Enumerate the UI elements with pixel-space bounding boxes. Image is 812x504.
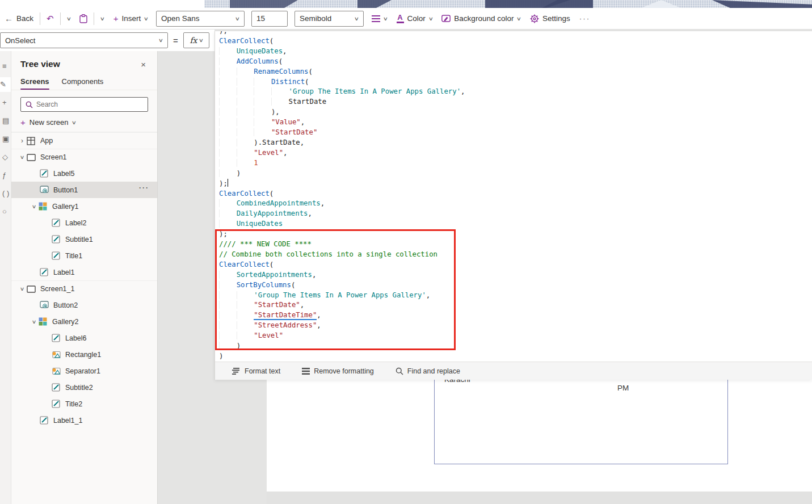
- formula-bar: OnSelect ∨ = fx ∨: [0, 30, 214, 51]
- font-size-value: 15: [256, 14, 265, 23]
- tree-item-gallery2[interactable]: ∨Gallery2: [11, 313, 157, 330]
- tree-item-label2[interactable]: Label2: [11, 215, 157, 231]
- find-replace-icon: [396, 367, 403, 375]
- chevron-down-icon[interactable]: ∨: [29, 204, 39, 209]
- chevron-down-icon: ∨: [144, 16, 149, 22]
- background-color-label: Background color: [454, 14, 514, 23]
- font-color-button[interactable]: A Color ∨: [392, 10, 437, 27]
- remove-formatting-button[interactable]: Remove formatting: [302, 367, 374, 375]
- insert-icon[interactable]: +: [2, 95, 11, 110]
- fx-label: fx: [190, 36, 197, 45]
- editor-footer: Format text Remove formatting Find and r…: [215, 362, 812, 380]
- chevron-right-icon[interactable]: ›: [18, 137, 26, 145]
- code-line: // Combine both collections into a singl…: [219, 250, 465, 260]
- font-size-input[interactable]: 15: [251, 11, 288, 27]
- tree-item-screen1[interactable]: ∨Screen1: [11, 149, 157, 165]
- font-weight-combobox[interactable]: Semibold ∨: [294, 11, 364, 27]
- tree-item-rectangle1[interactable]: Rectangle1: [11, 346, 157, 363]
- gallery-preview-frame[interactable]: [434, 368, 728, 464]
- insert-button[interactable]: + Insert ∨: [109, 10, 153, 27]
- undo-button[interactable]: ↶: [42, 10, 58, 27]
- label-icon: [51, 234, 61, 244]
- formula-editor: );ClearCollect( UniqueDates, AddColumns(…: [214, 31, 812, 380]
- tree-view-header: Tree view ×: [11, 51, 157, 73]
- code-line: ClearCollect(: [219, 260, 465, 270]
- undo-icon: ↶: [47, 14, 54, 23]
- chevron-down-icon[interactable]: ∨: [17, 286, 27, 292]
- code-line: "Level",: [219, 148, 465, 158]
- background-color-button[interactable]: Background color ∨: [437, 10, 525, 27]
- tree-item-title1[interactable]: Title1: [11, 247, 157, 264]
- close-icon[interactable]: ×: [138, 60, 148, 69]
- undo-dropdown[interactable]: ∨: [62, 10, 75, 27]
- alignment-button[interactable]: ∨: [367, 10, 392, 27]
- font-weight-value: Semibold: [300, 14, 331, 23]
- tree-view-icon[interactable]: ✎: [0, 77, 11, 92]
- tree-item-label: Label1_1: [53, 417, 82, 425]
- data-icon[interactable]: ▤: [2, 114, 11, 128]
- menu-icon[interactable]: ≡: [2, 59, 11, 74]
- new-screen-label: New screen: [30, 118, 69, 127]
- chevron-down-icon[interactable]: ∨: [17, 154, 27, 160]
- power-automate-icon[interactable]: ◇: [2, 150, 11, 165]
- tree-item-subtitle1[interactable]: Subtitle1: [11, 231, 157, 247]
- tree-item-label: Rectangle1: [65, 351, 101, 359]
- code-line: RenameColumns(: [219, 67, 465, 77]
- label-icon: [39, 415, 49, 425]
- tree-item-button1[interactable]: Button1···: [11, 182, 157, 198]
- code-line: );: [219, 179, 465, 189]
- tree-item-label6[interactable]: Label6: [11, 330, 157, 346]
- media-icon[interactable]: ▣: [2, 132, 11, 146]
- plus-icon: +: [113, 14, 119, 23]
- tree-item-button2[interactable]: Button2: [11, 297, 157, 313]
- tree-item-label: Label5: [53, 170, 75, 178]
- canvas-bottom-margin: [267, 492, 812, 504]
- code-line: );: [219, 229, 465, 240]
- tab-components[interactable]: Components: [62, 75, 104, 90]
- canvas-label-pm[interactable]: PM: [617, 384, 629, 392]
- tree-item-subtitle2[interactable]: Subtitle2: [11, 379, 157, 396]
- back-button[interactable]: ← Back: [0, 10, 38, 27]
- align-icon: [372, 15, 380, 22]
- tree-item-label: Gallery2: [52, 318, 79, 326]
- tree-item-separator1[interactable]: Separator1: [11, 363, 157, 379]
- divider: [40, 12, 40, 25]
- tree-item-label: Separator1: [65, 367, 100, 375]
- tree-item-label: Title1: [65, 252, 82, 260]
- advanced-tools-icon[interactable]: ( ): [2, 186, 11, 201]
- gallery-icon: [38, 317, 48, 326]
- background-color-icon: [441, 14, 451, 23]
- item-options-button[interactable]: ···: [139, 184, 149, 192]
- tree-tabs: Screens Components: [11, 73, 157, 90]
- fx-button[interactable]: fx ∨: [183, 32, 209, 48]
- tree-item-label1_1[interactable]: Label1_1: [11, 412, 157, 429]
- search-icon[interactable]: ○: [2, 204, 11, 219]
- settings-button[interactable]: Settings: [525, 10, 575, 27]
- property-selector[interactable]: OnSelect ∨: [0, 32, 168, 48]
- code-line: //// *** NEW CODE ****: [219, 240, 465, 250]
- variables-icon[interactable]: ƒ: [2, 168, 11, 183]
- tree-item-title2[interactable]: Title2: [11, 396, 157, 412]
- code-line: UniqueDates: [219, 219, 465, 229]
- paste-button[interactable]: [75, 10, 92, 27]
- tree-item-screen1_1[interactable]: ∨Screen1_1: [11, 280, 157, 297]
- tree-item-label5[interactable]: Label5: [11, 165, 157, 182]
- tree-item-app[interactable]: ›App: [11, 132, 157, 149]
- tree-item-label1[interactable]: Label1: [11, 264, 157, 280]
- search-input[interactable]: Search: [20, 97, 148, 112]
- tree-item-label: Screen1_1: [40, 285, 74, 293]
- find-replace-button[interactable]: Find and replace: [396, 367, 460, 375]
- chevron-down-icon: ∨: [158, 37, 163, 43]
- new-screen-button[interactable]: + New screen ∨: [11, 112, 157, 132]
- code-area[interactable]: );ClearCollect( UniqueDates, AddColumns(…: [215, 31, 812, 362]
- font-family-combobox[interactable]: Open Sans ∨: [156, 11, 245, 27]
- overflow-button[interactable]: ···: [575, 10, 595, 27]
- tree-item-gallery1[interactable]: ∨Gallery1: [11, 198, 157, 215]
- tab-screens[interactable]: Screens: [20, 75, 49, 90]
- code-line: "StreetAddress",: [219, 321, 465, 331]
- format-text-button[interactable]: Format text: [232, 367, 280, 375]
- paste-dropdown[interactable]: ∨: [96, 10, 109, 27]
- code-line: ),: [219, 107, 465, 117]
- chevron-down-icon[interactable]: ∨: [29, 319, 39, 325]
- tree-item-label: Gallery1: [52, 203, 79, 211]
